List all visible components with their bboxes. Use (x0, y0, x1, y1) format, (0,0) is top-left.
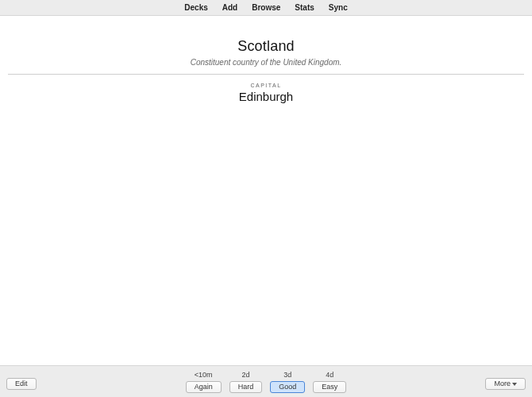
card-front-subtitle: Constituent country of the United Kingdo… (0, 58, 532, 67)
more-button[interactable]: More (485, 378, 526, 390)
again-button[interactable]: Again (186, 381, 222, 393)
card-area: Scotland Constituent country of the Unit… (0, 16, 532, 365)
card-front-title: Scotland (0, 38, 532, 55)
answer-buttons: <10m Again 2d Hard 3d Good 4d Easy (186, 371, 347, 393)
nav-decks[interactable]: Decks (184, 3, 207, 12)
card-answer-label: CAPITAL (0, 83, 532, 88)
chevron-down-icon (512, 383, 517, 386)
interval-easy: 4d (326, 371, 333, 380)
top-nav: Decks Add Browse Stats Sync (0, 0, 532, 16)
bottom-bar: Edit <10m Again 2d Hard 3d Good 4d Easy … (0, 365, 532, 397)
nav-add[interactable]: Add (222, 3, 237, 12)
nav-browse[interactable]: Browse (252, 3, 280, 12)
nav-sync[interactable]: Sync (329, 3, 348, 12)
edit-button[interactable]: Edit (6, 378, 37, 390)
card-divider (8, 74, 524, 75)
nav-stats[interactable]: Stats (295, 3, 314, 12)
interval-good: 3d (283, 371, 291, 380)
interval-hard: 2d (241, 371, 249, 380)
interval-again: <10m (195, 371, 213, 380)
easy-button[interactable]: Easy (313, 381, 346, 393)
good-button[interactable]: Good (270, 381, 305, 393)
more-button-label: More (494, 380, 511, 387)
hard-button[interactable]: Hard (229, 381, 263, 393)
card-answer-value: Edinburgh (0, 90, 532, 103)
card-answer-region: CAPITAL Edinburgh (0, 83, 532, 103)
